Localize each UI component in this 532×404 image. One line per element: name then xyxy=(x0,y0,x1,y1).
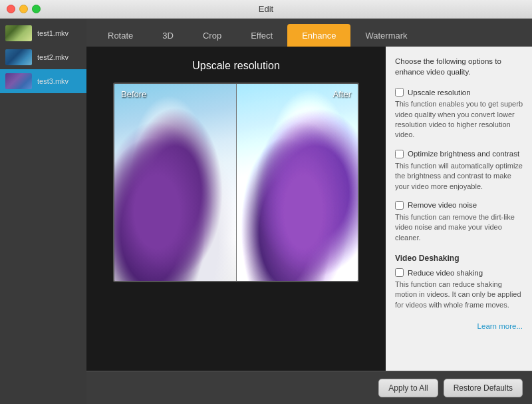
bottom-panel: Apply to All Restore Defaults xyxy=(86,371,532,404)
upscale-checkbox[interactable] xyxy=(395,88,404,97)
tab-enhance[interactable]: Enhance xyxy=(287,24,350,47)
brightness-label[interactable]: Optimize brightness and contrast xyxy=(408,150,519,158)
content-area: Rotate 3D Crop Effect Enhance Watermark … xyxy=(86,19,532,404)
brightness-row: Optimize brightness and contrast xyxy=(395,150,523,158)
noise-label[interactable]: Remove video noise xyxy=(408,201,477,209)
tab-bar: Rotate 3D Crop Effect Enhance Watermark xyxy=(86,19,532,47)
tab-effect[interactable]: Effect xyxy=(236,24,287,47)
upscale-label[interactable]: Upscale resolution xyxy=(408,89,471,97)
thumbnail-test1 xyxy=(5,25,32,41)
thumbnail-image-2 xyxy=(5,49,32,65)
preview-area: Upscale resolution Before After xyxy=(86,47,386,371)
after-label: After xyxy=(333,89,351,99)
sidebar-filename-2: test2.mkv xyxy=(37,53,68,61)
restore-defaults-button[interactable]: Restore Defaults xyxy=(444,379,523,397)
after-panel: After xyxy=(237,84,358,281)
window-title: Edit xyxy=(259,4,273,14)
deshaking-section-header: Video Deshaking xyxy=(395,254,523,263)
after-image xyxy=(237,84,358,281)
thumbnail-test2 xyxy=(5,49,32,65)
sidebar-item-test2[interactable]: test2.mkv xyxy=(0,45,86,69)
tab-3d[interactable]: 3D xyxy=(148,24,188,47)
sidebar-item-test3[interactable]: test3.mkv xyxy=(0,69,86,93)
upscale-description: This function enables you to get superb … xyxy=(395,99,523,140)
before-image xyxy=(114,84,236,281)
noise-description: This function can remove the dirt-like v… xyxy=(395,212,523,243)
noise-checkbox[interactable] xyxy=(395,201,404,210)
deshake-row: Reduce video shaking xyxy=(395,268,523,277)
upscale-row: Upscale resolution xyxy=(395,88,523,97)
title-bar: Edit xyxy=(0,0,532,19)
brightness-checkbox[interactable] xyxy=(395,150,404,158)
deshake-description: This function can reduce shaking motion … xyxy=(395,280,523,310)
before-after-container: Before After xyxy=(113,83,359,282)
close-button[interactable] xyxy=(7,5,15,13)
sidebar-item-test1[interactable]: test1.mkv xyxy=(0,21,86,45)
sidebar: test1.mkv test2.mkv test3.mkv xyxy=(0,19,86,404)
enhance-intro: Choose the following options to enhance … xyxy=(395,56,523,77)
thumbnail-image-1 xyxy=(5,25,32,41)
deshake-label[interactable]: Reduce video shaking xyxy=(408,269,483,277)
window-controls xyxy=(7,5,41,13)
learn-more-link[interactable]: Learn more... xyxy=(395,322,523,330)
preview-title: Upscale resolution xyxy=(192,60,280,72)
thumbnail-image-3 xyxy=(5,73,32,89)
before-label: Before xyxy=(121,89,146,99)
sidebar-filename-1: test1.mkv xyxy=(37,29,68,37)
tab-watermark[interactable]: Watermark xyxy=(350,24,422,47)
before-panel: Before xyxy=(114,84,237,281)
split-view: Upscale resolution Before After Choose t… xyxy=(86,47,532,371)
enhance-panel: Choose the following options to enhance … xyxy=(386,47,532,371)
tab-rotate[interactable]: Rotate xyxy=(93,24,148,47)
thumbnail-test3 xyxy=(5,73,32,89)
brightness-description: This function will automatically optimiz… xyxy=(395,161,523,192)
deshake-checkbox[interactable] xyxy=(395,268,404,277)
noise-row: Remove video noise xyxy=(395,201,523,210)
tab-crop[interactable]: Crop xyxy=(188,24,236,47)
apply-to-all-button[interactable]: Apply to All xyxy=(378,379,438,397)
minimize-button[interactable] xyxy=(19,5,28,13)
main-container: test1.mkv test2.mkv test3.mkv Rotate 3D … xyxy=(0,19,532,404)
maximize-button[interactable] xyxy=(32,5,41,13)
sidebar-filename-3: test3.mkv xyxy=(37,77,68,85)
